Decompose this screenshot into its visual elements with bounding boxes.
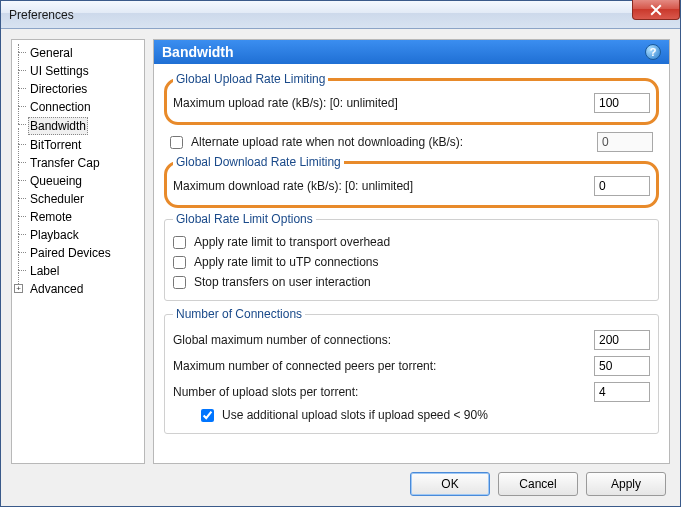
overhead-row: Apply rate limit to transport overhead — [173, 232, 650, 252]
global-conn-row: Global maximum number of connections: — [173, 327, 650, 353]
panel-title: Bandwidth — [162, 44, 234, 60]
close-button[interactable] — [632, 0, 680, 20]
panel-body: Global Upload Rate Limiting Maximum uplo… — [154, 64, 669, 463]
settings-panel: Bandwidth ? Global Upload Rate Limiting … — [153, 39, 670, 464]
peers-input[interactable] — [594, 356, 650, 376]
download-rate-group: Global Download Rate Limiting Maximum do… — [164, 155, 659, 208]
sidebar-item-label: Connection — [28, 99, 93, 115]
overhead-label: Apply rate limit to transport overhead — [194, 235, 390, 249]
rate-options-group: Global Rate Limit Options Apply rate lim… — [164, 212, 659, 301]
sidebar-item-connection[interactable]: Connection — [14, 98, 142, 116]
extra-slots-label: Use additional upload slots if upload sp… — [222, 408, 488, 422]
sidebar-item-transfer-cap[interactable]: Transfer Cap — [14, 154, 142, 172]
plus-icon[interactable]: + — [14, 284, 23, 293]
global-conn-input[interactable] — [594, 330, 650, 350]
close-icon — [650, 4, 662, 16]
extra-slots-checkbox[interactable] — [201, 409, 214, 422]
alt-upload-checkbox[interactable] — [170, 136, 183, 149]
slots-input[interactable] — [594, 382, 650, 402]
stop-label: Stop transfers on user interaction — [194, 275, 371, 289]
group-legend: Global Upload Rate Limiting — [173, 72, 328, 86]
sidebar-item-label: BitTorrent — [28, 137, 83, 153]
utp-checkbox[interactable] — [173, 256, 186, 269]
global-conn-label: Global maximum number of connections: — [173, 333, 586, 347]
sidebar-item-label: Directories — [28, 81, 89, 97]
sidebar-item-label: Queueing — [28, 173, 84, 189]
sidebar-item-playback[interactable]: Playback — [14, 226, 142, 244]
sidebar-item-remote[interactable]: Remote — [14, 208, 142, 226]
stop-row: Stop transfers on user interaction — [173, 272, 650, 292]
utp-row: Apply rate limit to uTP connections — [173, 252, 650, 272]
sidebar-item-label: Bandwidth — [28, 117, 88, 135]
max-download-input[interactable] — [594, 176, 650, 196]
sidebar-item-scheduler[interactable]: Scheduler — [14, 190, 142, 208]
preferences-window: Preferences General UI Settings Director… — [0, 0, 681, 507]
slots-label: Number of upload slots per torrent: — [173, 385, 586, 399]
sidebar-item-label: Transfer Cap — [28, 155, 102, 171]
sidebar-item-queueing[interactable]: Queueing — [14, 172, 142, 190]
alt-upload-row: Alternate upload rate when not downloadi… — [164, 129, 659, 155]
category-tree: General UI Settings Directories Connecti… — [11, 39, 145, 464]
stop-checkbox[interactable] — [173, 276, 186, 289]
group-legend: Number of Connections — [173, 307, 305, 321]
sidebar-item-directories[interactable]: Directories — [14, 80, 142, 98]
panel-header: Bandwidth ? — [154, 40, 669, 64]
sidebar-item-label: UI Settings — [28, 63, 91, 79]
alt-upload-label: Alternate upload rate when not downloadi… — [191, 135, 463, 149]
window-title: Preferences — [9, 8, 74, 22]
sidebar-item-general[interactable]: General — [14, 44, 142, 62]
utp-label: Apply rate limit to uTP connections — [194, 255, 379, 269]
sidebar-item-label: Scheduler — [28, 191, 86, 207]
sidebar-item-label: General — [28, 45, 75, 61]
overhead-checkbox[interactable] — [173, 236, 186, 249]
max-upload-row: Maximum upload rate (kB/s): [0: unlimite… — [173, 90, 650, 116]
sidebar-item-advanced[interactable]: +Advanced — [14, 280, 142, 298]
sidebar-item-label: Playback — [28, 227, 81, 243]
main-row: General UI Settings Directories Connecti… — [11, 39, 670, 464]
sidebar-item-bandwidth[interactable]: Bandwidth — [14, 116, 142, 136]
dialog-body: General UI Settings Directories Connecti… — [1, 29, 680, 506]
cancel-button[interactable]: Cancel — [498, 472, 578, 496]
sidebar-item-label: Advanced — [28, 281, 85, 297]
sidebar-item-label: Remote — [28, 209, 74, 225]
sidebar-item-ui-settings[interactable]: UI Settings — [14, 62, 142, 80]
extra-slots-row: Use additional upload slots if upload sp… — [173, 405, 650, 425]
sidebar-item-bittorrent[interactable]: BitTorrent — [14, 136, 142, 154]
peers-label: Maximum number of connected peers per to… — [173, 359, 586, 373]
slots-row: Number of upload slots per torrent: — [173, 379, 650, 405]
group-legend: Global Download Rate Limiting — [173, 155, 344, 169]
max-download-label: Maximum download rate (kB/s): [0: unlimi… — [173, 179, 586, 193]
sidebar-item-label: Label — [28, 263, 61, 279]
ok-button[interactable]: OK — [410, 472, 490, 496]
sidebar-item-label[interactable]: Label — [14, 262, 142, 280]
max-upload-label: Maximum upload rate (kB/s): [0: unlimite… — [173, 96, 586, 110]
max-upload-input[interactable] — [594, 93, 650, 113]
max-download-row: Maximum download rate (kB/s): [0: unlimi… — [173, 173, 650, 199]
apply-button[interactable]: Apply — [586, 472, 666, 496]
connections-group: Number of Connections Global maximum num… — [164, 307, 659, 434]
group-legend: Global Rate Limit Options — [173, 212, 316, 226]
dialog-button-row: OK Cancel Apply — [11, 464, 670, 496]
help-icon[interactable]: ? — [645, 44, 661, 60]
upload-rate-group: Global Upload Rate Limiting Maximum uplo… — [164, 72, 659, 125]
sidebar-item-label: Paired Devices — [28, 245, 113, 261]
alt-upload-input — [597, 132, 653, 152]
titlebar[interactable]: Preferences — [1, 1, 680, 29]
sidebar-item-paired-devices[interactable]: Paired Devices — [14, 244, 142, 262]
peers-row: Maximum number of connected peers per to… — [173, 353, 650, 379]
